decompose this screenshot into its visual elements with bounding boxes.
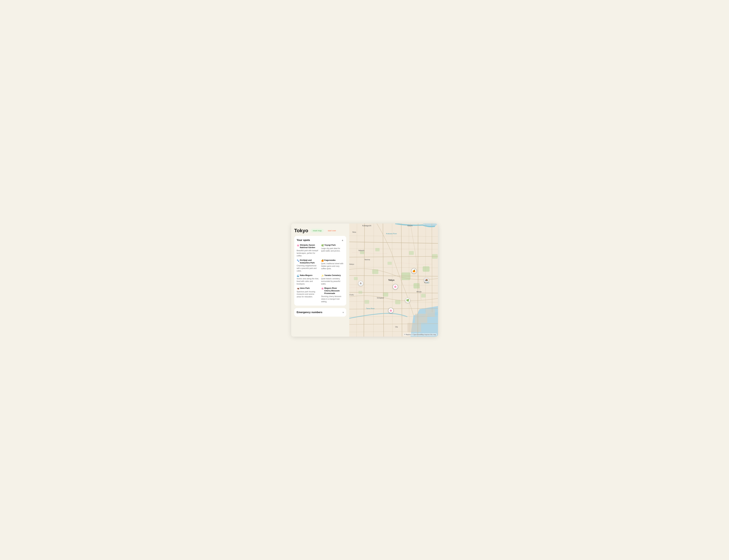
svg-rect-11 <box>409 251 414 255</box>
spot-emoji: 🐾 <box>297 259 299 262</box>
spot-item[interactable]: 🌸 Shinjuku Gyoen National Garden Beautif… <box>297 244 319 257</box>
svg-rect-10 <box>375 248 380 251</box>
svg-text:Nerima: Nerima <box>365 259 370 261</box>
panel-title: Your spots <box>297 239 310 242</box>
map-svg: Kawaguchi Adachi Niiza Arakawa River Ita… <box>349 224 438 337</box>
svg-text:Minato: Minato <box>417 291 422 293</box>
spot-name: 🦔 Ueno Park <box>297 287 319 290</box>
spot-desc: Stunning cherry blossom views in a tranq… <box>321 295 344 303</box>
svg-text:Ota: Ota <box>395 326 398 328</box>
svg-rect-5 <box>383 292 388 297</box>
spot-item[interactable]: 🌿 Yoyogi Park Large city park ideal for … <box>321 244 344 257</box>
svg-text:Tama River: Tama River <box>366 308 375 309</box>
spot-name: 🌸 Shinjuku Gyoen National Garden <box>297 244 319 249</box>
spot-desc: Large city park ideal for quiet walks an… <box>321 247 344 252</box>
spot-item[interactable]: 🐾 Kichijoji and Inokashira Park Charming… <box>297 259 319 272</box>
sidebar: Tokyo reset map start over Your spots ▲ … <box>291 224 349 337</box>
spot-name: 🌿 Yoyogi Park <box>321 244 344 247</box>
start-over-button[interactable]: start over <box>326 229 338 233</box>
svg-text:Kawaguchi: Kawaguchi <box>362 225 371 227</box>
spot-emoji: 🦔 <box>297 287 299 290</box>
svg-rect-16 <box>415 314 427 323</box>
svg-rect-15 <box>421 294 426 298</box>
spot-item[interactable]: 🌸 Meguro River Cherry Blossom Promenade … <box>321 287 344 303</box>
svg-text:Niiza: Niiza <box>352 231 356 233</box>
your-spots-panel: Your spots ▲ 🌸 Shinjuku Gyoen National G… <box>294 236 346 306</box>
spot-emoji: 🌸 <box>297 244 299 247</box>
spot-desc: Scenic area along the river, lined with … <box>297 277 319 285</box>
spot-name: ✨ Yanaka Cemetery <box>321 274 344 277</box>
svg-text:Araga: Araga <box>426 282 429 283</box>
spot-name: 🌊 Naka-Meguro <box>297 274 319 277</box>
svg-text:Adachi: Adachi <box>407 225 413 227</box>
svg-text:Arakawa River: Arakawa River <box>386 233 397 235</box>
spot-emoji: 🌊 <box>297 274 299 277</box>
spot-desc: Spacious park housing museums and serene… <box>297 290 319 298</box>
emergency-header[interactable]: Emergency numbers ▾ <box>297 311 344 314</box>
collapse-icon[interactable]: ▲ <box>341 239 344 242</box>
spot-item[interactable]: 🦔 Ueno Park Spacious park housing museum… <box>297 287 319 303</box>
spot-item[interactable]: 🍊 Kagurazaka Quiet, traditional street w… <box>321 259 344 272</box>
svg-text:shitokyo: shitokyo <box>349 263 354 265</box>
map-area[interactable]: Kawaguchi Adachi Niiza Arakawa River Ita… <box>349 224 438 337</box>
svg-text:Setagaya: Setagaya <box>377 297 384 299</box>
spot-name: 🌸 Meguro River Cherry Blossom Promenade <box>321 287 344 295</box>
svg-rect-4 <box>413 283 420 288</box>
svg-rect-2 <box>372 269 378 274</box>
spot-emoji: ✨ <box>321 274 324 277</box>
emergency-title: Emergency numbers <box>297 311 322 314</box>
spots-grid: 🌸 Shinjuku Gyoen National Garden Beautif… <box>297 244 344 303</box>
emergency-chevron-icon: ▾ <box>343 311 344 314</box>
svg-rect-9 <box>395 300 400 304</box>
spot-item[interactable]: ✨ Yanaka Cemetery Quiet historic cemeter… <box>321 274 344 285</box>
svg-text:Tokyo: Tokyo <box>388 279 394 281</box>
svg-rect-17 <box>426 309 435 317</box>
svg-rect-18 <box>407 323 421 332</box>
spot-desc: Quiet, traditional street with hidden ge… <box>321 262 344 270</box>
emergency-panel: Emergency numbers ▾ <box>294 308 346 317</box>
spot-desc: Beautiful park with tranquil landscapes,… <box>297 249 319 257</box>
svg-rect-13 <box>388 262 392 265</box>
spot-name: 🐾 Kichijoji and Inokashira Park <box>297 259 319 264</box>
map-attribution: © Mapbox © OpenStreetMap Improve this ma… <box>404 333 437 336</box>
reset-map-button[interactable]: reset map <box>311 229 324 233</box>
city-title: Tokyo <box>294 228 308 233</box>
spot-desc: Quiet historic cemetery surrounded by pe… <box>321 277 344 285</box>
app-container: Tokyo reset map start over Your spots ▲ … <box>291 224 438 337</box>
spot-item[interactable]: 🌊 Naka-Meguro Scenic area along the rive… <box>297 274 319 285</box>
sidebar-header: Tokyo reset map start over <box>294 228 346 233</box>
spot-emoji: 🌸 <box>321 287 324 290</box>
spot-emoji: 🌿 <box>321 244 324 247</box>
svg-rect-8 <box>365 300 369 304</box>
panel-header: Your spots ▲ <box>297 239 344 242</box>
svg-rect-1 <box>360 251 365 254</box>
spot-desc: Charming neighborhood with a peaceful pa… <box>297 264 319 272</box>
spot-name: 🍊 Kagurazaka <box>321 259 344 262</box>
spot-emoji: 🍊 <box>321 259 324 262</box>
svg-text:Itabashi: Itabashi <box>358 250 364 251</box>
svg-rect-7 <box>354 277 358 280</box>
svg-rect-6 <box>423 266 430 272</box>
svg-text:Chofu: Chofu <box>349 294 354 296</box>
